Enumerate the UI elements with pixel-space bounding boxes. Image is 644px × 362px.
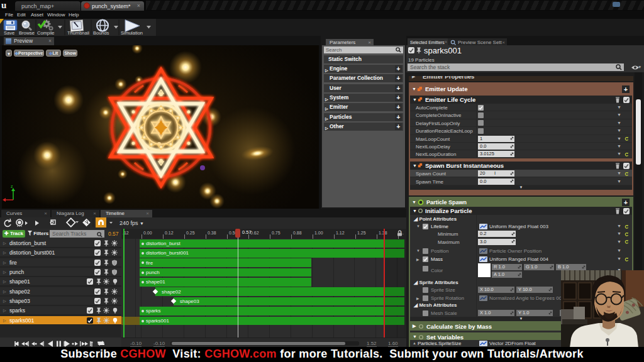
svg-text:Save: Save bbox=[4, 30, 14, 36]
svg-text:Compile: Compile bbox=[37, 30, 55, 36]
svg-text:z: z bbox=[11, 184, 13, 189]
svg-text:Browse: Browse bbox=[19, 30, 35, 36]
svg-text:Simulation: Simulation bbox=[121, 30, 143, 36]
svg-text:Thumbnail: Thumbnail bbox=[67, 30, 89, 36]
svg-text:Bounds: Bounds bbox=[93, 30, 109, 36]
